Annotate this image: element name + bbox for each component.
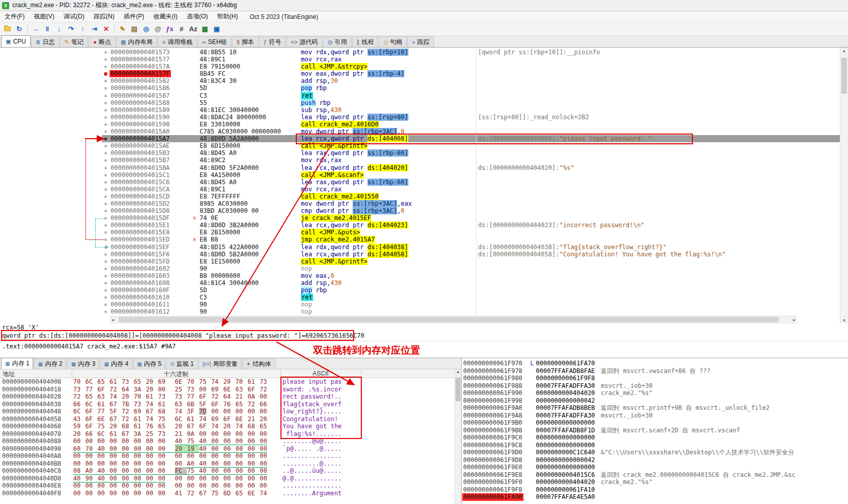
gutter-dot[interactable] [104, 296, 107, 299]
disasm-row[interactable]: 000000000040158855push rbp [0, 99, 840, 106]
memory-scrollbar[interactable]: ▲ [454, 369, 461, 504]
disasm-row[interactable]: 00000000004015B348:8D45 A0lea rax,qword … [0, 149, 840, 157]
gutter-dot[interactable] [104, 152, 107, 155]
memory-row[interactable]: 00000000004040F800 00 00 00 00 00 00 00 … [0, 490, 454, 497]
gutter-dot[interactable] [104, 188, 107, 191]
tab-日志[interactable]: ≣日志 [31, 36, 59, 47]
stack-row[interactable]: 000000000061F9A000007FFAFADB8BEB返回到 msvc… [462, 404, 848, 412]
disasm-row[interactable]: 00000000004015C648:8D45 A0lea rax,qword … [0, 179, 840, 186]
menu-item[interactable]: 帮助(H) [212, 11, 243, 21]
gutter-dot[interactable] [104, 167, 107, 169]
memory-row[interactable]: 000000000040401873 77 6F 72 64 3A 20 00 … [0, 386, 454, 393]
memory-row[interactable]: 000000000040403866 6C 61 67 7B 73 74 61 … [0, 401, 454, 408]
menu-item[interactable]: 调试(D) [59, 11, 89, 21]
restart-button[interactable]: ↻ [14, 24, 25, 34]
gutter-dot[interactable] [104, 224, 107, 227]
tab-内存 3[interactable]: ▦内存 3 [67, 359, 99, 369]
menu-item[interactable]: 视图(V) [29, 11, 59, 21]
menu-item[interactable]: 插件(P) [119, 11, 149, 21]
stack-row[interactable]: 000000000061F9F00000000000404020crack_me… [462, 478, 848, 486]
tab-断点[interactable]: ●断点 [89, 36, 116, 47]
gutter-dot[interactable] [104, 174, 107, 177]
disasm-row[interactable]: 00000000004015BA48:8D0D 5F2A0000lea rcx,… [0, 164, 840, 171]
gutter-dot[interactable] [104, 130, 107, 133]
memory-row[interactable]: 000000000040405843 6F 6E 67 72 61 74 75 … [0, 415, 454, 423]
gutter-dot[interactable] [104, 231, 107, 234]
tab-内存 5[interactable]: ▦内存 5 [133, 359, 165, 369]
stack-row[interactable]: 000000000061FA0000007FFAFAE4E5A0 [462, 493, 848, 501]
gutter-dot[interactable] [104, 123, 107, 126]
tab-脚本[interactable]: §脚本 [232, 36, 258, 47]
stack-row[interactable]: 000000000061F9B800007FFAFADB8F1D返回到 msvc… [462, 427, 848, 434]
tab-内存 1[interactable]: ▦内存 1 [1, 358, 33, 369]
scrollbar-thumb[interactable] [455, 378, 461, 401]
stack-row[interactable]: 000000000061F9900000000000404020crack_me… [462, 389, 848, 397]
scrollbar-thumb[interactable] [841, 58, 847, 94]
memory-row[interactable]: 00000000004040D840 90 40 00 00 00 00 00 … [0, 475, 454, 483]
gutter-dot[interactable] [104, 260, 107, 263]
stack-row[interactable]: 000000000061F9E800000000004015C6返回到 crac… [462, 471, 848, 479]
menu-item[interactable]: 跟踪(N) [89, 11, 119, 21]
gutter-dot[interactable] [104, 253, 107, 256]
memory-row[interactable]: 000000000040406859 6F 75 20 68 61 76 65 … [0, 423, 454, 430]
breakpoint-dot[interactable] [104, 72, 107, 76]
disasm-row[interactable]: 00000000004015865Dpop rbp [0, 84, 840, 92]
gutter-dot[interactable] [104, 181, 107, 184]
tab-跟踪[interactable]: »跟踪 [407, 36, 434, 47]
attach-button[interactable]: @ [153, 24, 163, 34]
gutter-dot[interactable] [104, 246, 107, 249]
disasm-row[interactable]: 000000000040161190nop [0, 301, 840, 308]
tab-SEH链[interactable]: ∞SEH链 [198, 36, 232, 47]
gutter-dot[interactable] [104, 95, 107, 97]
gutter-dot[interactable] [104, 65, 107, 68]
disasm-row[interactable]: 00000000004015A0C785 AC030000 00000000mo… [0, 128, 840, 135]
graph-button[interactable]: ▦ [200, 24, 210, 34]
scroll-up-icon[interactable]: ▲ [456, 369, 460, 374]
disasm-row[interactable]: 0000000000401603B8 00000000mov eax,0 [0, 272, 840, 279]
tab-局部变量[interactable]: [x=]局部变量 [199, 359, 242, 369]
stack-row[interactable]: 000000000061F9D00000000000C1C640&"C:\\Us… [462, 449, 848, 456]
tab-调用堆栈[interactable]: ≡调用堆栈 [158, 36, 197, 47]
stack-row[interactable]: 000000000061F9E00000000000000000 [462, 464, 848, 471]
tab-内存 2[interactable]: ▦内存 2 [34, 359, 66, 369]
close-button[interactable]: ✕ [101, 24, 112, 34]
disasm-row[interactable]: 000000000040161290nop [0, 308, 840, 315]
memory-row[interactable]: 00000000004040E800 00 00 00 00 00 00 00 … [0, 482, 454, 490]
disasm-row[interactable]: 000000000040160290nop [0, 265, 840, 272]
disasm-row[interactable]: 00000000004015B748:89C2mov rdx,rax [0, 157, 840, 164]
gutter-dot[interactable] [104, 109, 107, 112]
disasm-row[interactable]: 00000000004015F648:8D0D 5B2A0000lea rcx,… [0, 251, 840, 258]
stack-row[interactable]: 000000000061F980000000000061F9F8 [462, 375, 848, 382]
tab-符号[interactable]: ƒ符号 [259, 36, 286, 47]
disasm-row[interactable]: 000000000040158948:81EC 30040000sub rsp,… [0, 106, 840, 114]
tab-源代码[interactable]: <>源代码 [286, 36, 322, 47]
hash-button[interactable]: # [176, 24, 187, 34]
menu-item[interactable]: 选项(O) [182, 11, 212, 21]
run-button[interactable]: → [30, 24, 41, 34]
stack-row[interactable]: 000000000061F9A800007FFAFADFFA30msvcrt._… [462, 412, 848, 420]
memory-row[interactable]: 000000000040400870 6C 65 61 73 65 20 69 … [0, 378, 454, 386]
step-over-button[interactable]: ↷ [66, 24, 76, 34]
stack-row[interactable]: 000000000061F9980000000000000042 [462, 397, 848, 405]
gutter-dot[interactable] [104, 289, 107, 292]
disasm-row[interactable]: 000000000040157748:89C1mov rcx,rax [0, 56, 840, 63]
gutter-dot[interactable] [104, 238, 107, 241]
tab-监视 1[interactable]: ⊙监视 1 [166, 359, 198, 369]
disasm-row[interactable]: 000000000040160F5Dpop rbp [0, 287, 840, 294]
stack-row[interactable]: 000000000061F98800007FFAFADFFA30msvcrt._… [462, 382, 848, 390]
disasm-row[interactable]: 00000000004015CDE8 7EFFFFFFcall crack_me… [0, 193, 840, 200]
stack-row[interactable]: 000000000061F9B00000000000000000 [462, 419, 848, 427]
step-out-button[interactable]: ↑ [77, 24, 88, 34]
notes-button[interactable]: ▤ [129, 24, 140, 34]
gutter-dot[interactable] [104, 217, 107, 220]
stack-row[interactable]: 000000000061F9F8000000000061FA10 [462, 486, 848, 494]
gutter-dot[interactable] [104, 80, 107, 82]
disasm-row[interactable]: 00000000004015E8E8 2B150000call <JMP.&pu… [0, 229, 840, 236]
stack-row[interactable]: 000000000061F9C80000000000000000 [462, 442, 848, 449]
disasm-row[interactable]: 0000000000401587C3ret [0, 92, 840, 99]
disasm-row[interactable]: 00000000004015D28985 AC030000mov dword p… [0, 200, 840, 207]
gutter-dot[interactable] [104, 203, 107, 205]
gutter-dot[interactable] [104, 51, 107, 54]
stack-row[interactable]: 000000000061F970L000000000061FA70 [462, 360, 848, 367]
open-file-button[interactable] [2, 24, 13, 34]
